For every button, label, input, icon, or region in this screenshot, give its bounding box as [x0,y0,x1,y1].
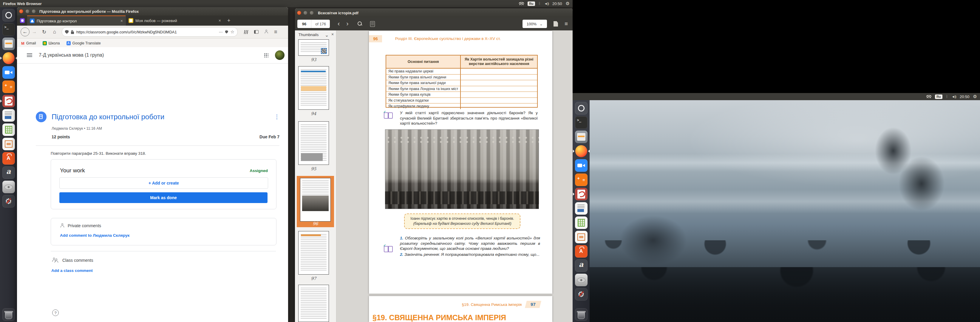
bluetooth-icon[interactable]: ᛒ [539,2,541,5]
add-or-create-button[interactable]: + Add or create [59,178,268,189]
lock-icon[interactable] [71,32,74,34]
minimize-button[interactable] [25,9,30,13]
thumbnail-label[interactable]: 95 [295,167,332,171]
close-button[interactable] [19,9,23,13]
launcher-item-libreoffice-impress[interactable] [2,138,15,150]
session-gear-icon[interactable]: ⚙ [973,94,977,99]
annotations-icon[interactable] [370,21,375,27]
app-menu-icon[interactable]: ≡ [274,29,277,35]
volume-icon[interactable]: ◄)) [952,95,956,98]
launcher-item-document-viewer[interactable] [575,188,587,200]
launcher-item-calculator[interactable] [575,173,587,186]
launcher-item-system-settings[interactable] [575,288,587,301]
zoom-select[interactable]: 100%⌄ [522,20,547,28]
launcher-item-amazon[interactable] [575,259,587,272]
thumbnail-page-95[interactable] [298,121,329,165]
close-button[interactable] [297,11,301,15]
url-text[interactable]: https://classroom.google.com/u/0/c/MzkwN… [76,30,216,34]
tracking-shield-icon[interactable] [65,30,68,34]
account-icon[interactable] [264,30,269,34]
thumbnail-page-97[interactable] [298,231,329,274]
launcher-item-libreoffice-writer[interactable] [2,109,15,122]
wifi-icon[interactable] [519,2,524,5]
launcher-item-ubuntu-dash[interactable] [2,9,15,21]
tab-close-icon[interactable]: × [121,19,123,23]
thumbnail-label-selected[interactable]: 96 [297,221,334,226]
maximize-button[interactable] [32,9,36,13]
sidebar-icon[interactable] [254,30,259,34]
help-button[interactable]: ? [52,309,59,316]
clock[interactable]: 20:50 [960,95,970,99]
wifi-icon[interactable] [926,95,931,98]
new-tab-button[interactable]: + [224,16,234,25]
firefox-titlebar[interactable]: Підготовка до контрольної роботи — Mozil… [17,7,288,16]
pdf-menu-icon[interactable]: ≡ [565,21,568,27]
launcher-item-disks[interactable] [2,181,15,193]
launcher-item-terminal[interactable] [575,116,587,129]
permissions-shield-icon[interactable] [225,30,228,34]
library-icon[interactable] [244,30,249,34]
tab-close-icon[interactable]: × [219,18,221,23]
launcher-item-firefox[interactable] [575,145,587,157]
thumbnail-page-93[interactable] [298,40,329,56]
url-bar[interactable]: https://classroom.google.com/u/0/c/MzkwN… [62,27,238,36]
pinned-tab-icon[interactable] [20,18,25,23]
forward-button[interactable]: → [30,29,39,35]
back-button[interactable]: ← [21,27,30,36]
chevron-down-icon[interactable]: ⌄ [325,32,329,38]
launcher-item-ubuntu-software[interactable] [575,245,587,258]
user-avatar[interactable] [275,51,285,60]
tab-classroom[interactable]: Підготовка до контрол × [27,16,126,25]
bookmark-star-icon[interactable]: ☆ [231,29,234,35]
reload-button[interactable]: ↻ [39,29,49,35]
minimize-button[interactable] [303,11,307,15]
overflow-icon[interactable]: ⋯ [219,30,223,34]
launcher-item-ubuntu-software[interactable] [2,152,15,165]
bookmark-school[interactable]: Школа [43,41,60,45]
volume-icon[interactable]: ◄)) [544,2,549,5]
thumbnails-header[interactable]: Thumbnails [299,32,318,37]
close-sidebar-icon[interactable]: × [331,32,334,36]
clock[interactable]: 20:50 [552,2,562,6]
launcher-item-disks[interactable] [575,274,587,286]
bookmark-translate[interactable]: AGoogle Translate [67,41,101,45]
classroom-menu-icon[interactable] [27,53,32,57]
launcher-item-zoom[interactable] [575,159,587,172]
launcher-item-trash[interactable] [2,308,15,321]
google-apps-icon[interactable] [264,53,269,57]
previous-page-button[interactable]: ‹ [337,20,340,28]
bookmark-gmail[interactable]: MGmail [21,41,36,46]
thumbnail-page-98[interactable] [298,285,329,322]
home-button[interactable]: ⌂ [49,29,60,35]
thumbnail-label[interactable]: 93 [295,57,332,62]
session-gear-icon[interactable]: ⚙ [566,1,570,6]
launcher-item-libreoffice-calc[interactable] [575,216,587,229]
launcher-item-libreoffice-impress[interactable] [575,231,587,243]
add-private-comment-link[interactable]: Add comment to Людмила Склярук [60,233,129,238]
thumbnail-page-96[interactable] [300,178,331,222]
launcher-item-libreoffice-writer[interactable] [575,202,587,215]
thumbnail-label[interactable]: 94 [295,111,332,116]
maximize-button[interactable] [310,11,314,15]
thumbnail-label[interactable]: 97 [295,276,332,281]
launcher-item-system-settings[interactable] [2,195,15,208]
pdf-titlebar[interactable]: Всесвітня історія.pdf [295,8,573,17]
page-mode-icon[interactable] [554,21,558,27]
launcher-item-file-manager[interactable] [575,131,587,143]
launcher-item-file-manager[interactable] [2,38,15,50]
launcher-item-firefox[interactable] [2,52,15,64]
bluetooth-icon[interactable]: ᛒ [946,95,948,98]
next-page-button[interactable]: › [346,20,348,28]
launcher-item-ubuntu-dash[interactable] [575,102,587,114]
launcher-item-terminal[interactable] [2,23,15,36]
thumbnail-selected-container[interactable]: 96 [297,176,334,227]
add-class-comment-link[interactable]: Add a class comment [51,268,93,273]
assignment-menu-icon[interactable]: ⋮ [274,113,280,120]
thumbnail-page-94[interactable] [298,66,329,110]
launcher-item-document-viewer[interactable] [2,95,15,107]
keyboard-layout-indicator[interactable]: Ru [935,95,942,99]
page-number-input[interactable]: 96 [298,20,311,28]
tab-second[interactable]: Моя любов — рожевий × [126,16,224,25]
launcher-item-trash[interactable] [575,308,587,321]
launcher-item-libreoffice-calc[interactable] [2,124,15,136]
